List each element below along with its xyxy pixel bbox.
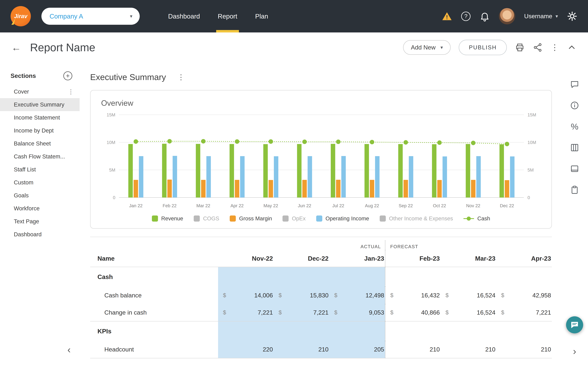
legend-item-opex[interactable]: OpEx xyxy=(283,215,305,222)
value-cell: $7,221 xyxy=(274,304,329,321)
sidebar-item-workforce[interactable]: Workforce xyxy=(0,202,80,215)
section-title-row: Executive Summary ⋮ xyxy=(90,72,561,82)
info-icon[interactable] xyxy=(570,101,580,110)
topbar-right: ? Username ▾ xyxy=(442,8,577,24)
value-cell: $16,524 xyxy=(441,304,496,321)
legend-label: Operating Income xyxy=(326,215,369,222)
notifications-bell-icon[interactable] xyxy=(479,11,490,21)
svg-text:Jun 22: Jun 22 xyxy=(298,203,311,208)
forecast-label: FORECAST xyxy=(390,244,418,249)
legend-line-swatch xyxy=(464,218,474,219)
table-row-headcount: Headcount220210205210210210 xyxy=(90,341,552,358)
primary-nav: DashboardReportPlan xyxy=(159,0,277,32)
sections-sidebar: Sections + Cover⋮Executive SummaryIncome… xyxy=(0,63,80,365)
column-header-mar-23: Mar-23 xyxy=(441,250,496,267)
sidebar-item-executive-summary[interactable]: Executive Summary xyxy=(0,98,80,111)
legend-item-other-income-expenses[interactable]: Other Income & Expenses xyxy=(380,215,453,222)
print-icon[interactable] xyxy=(515,42,525,52)
currency-symbol: $ xyxy=(445,292,449,299)
value-cell: $14,006 xyxy=(218,287,274,304)
top-nav-plan[interactable]: Plan xyxy=(246,0,277,32)
sidebar-item-cash-flow-statem[interactable]: Cash Flow Statem... xyxy=(0,150,80,163)
add-new-button[interactable]: Add New ▾ xyxy=(403,40,451,55)
legend-item-operating-income[interactable]: Operating Income xyxy=(316,215,369,222)
company-selector[interactable]: Company A ▾ xyxy=(41,8,140,25)
overview-card-title: Overview xyxy=(101,98,541,107)
table-group-row-kpis: KPIs xyxy=(90,322,552,341)
svg-text:5M: 5M xyxy=(528,168,534,173)
warning-icon[interactable] xyxy=(442,11,452,21)
svg-text:Apr 22: Apr 22 xyxy=(231,203,244,208)
legend-swatch xyxy=(283,216,289,222)
rail-collapse-icon[interactable]: › xyxy=(573,346,576,356)
legend-label: OpEx xyxy=(292,215,305,222)
value-cell: $7,221 xyxy=(496,304,552,321)
column-header-dec-22: Dec-22 xyxy=(274,250,329,267)
columns-icon[interactable] xyxy=(570,143,580,153)
percent-icon[interactable]: % xyxy=(570,122,580,131)
sidebar-item-staff-list[interactable]: Staff List xyxy=(0,163,80,176)
item-options-icon[interactable]: ⋮ xyxy=(68,89,74,95)
sidebar-item-label: Cash Flow Statem... xyxy=(14,153,65,160)
avatar[interactable] xyxy=(499,8,515,24)
legend-item-gross-margin[interactable]: Gross Margin xyxy=(230,215,272,222)
add-section-icon[interactable]: + xyxy=(63,71,72,80)
help-icon[interactable]: ? xyxy=(461,12,471,21)
user-menu[interactable]: Username ▾ xyxy=(524,13,558,20)
company-name: Company A xyxy=(50,13,83,20)
clipboard-icon[interactable] xyxy=(570,185,580,195)
section-options-icon[interactable]: ⋮ xyxy=(177,73,185,81)
sidebar-item-goals[interactable]: Goals xyxy=(0,189,80,202)
rail-icons: % xyxy=(570,79,580,195)
chat-fab[interactable] xyxy=(566,316,583,333)
legend-label: Gross Margin xyxy=(239,215,272,222)
value-cell: 210 xyxy=(385,341,441,358)
username-label: Username xyxy=(524,13,552,20)
back-arrow-icon[interactable]: ← xyxy=(11,42,21,53)
legend-swatch xyxy=(316,216,322,222)
legend-item-cash[interactable]: Cash xyxy=(464,215,490,222)
column-header-feb-23: Feb-23 xyxy=(385,250,441,267)
sidebar-item-dashboard[interactable]: Dashboard xyxy=(0,228,80,241)
value-cell: 210 xyxy=(496,341,552,358)
svg-text:10M: 10M xyxy=(107,140,115,145)
svg-text:Nov 22: Nov 22 xyxy=(466,203,480,208)
more-options-icon[interactable]: ⋮ xyxy=(551,43,559,51)
sidebar-item-text-page[interactable]: Text Page xyxy=(0,215,80,228)
sidebar-item-balance-sheet[interactable]: Balance Sheet xyxy=(0,137,80,150)
sidebar-item-label: Custom xyxy=(14,179,33,186)
sidebar-item-label: Workforce xyxy=(14,205,40,212)
sidebar-item-custom[interactable]: Custom xyxy=(0,176,80,189)
table-row-change-in-cash: Change in cash$7,221$7,221$9,053$40,866$… xyxy=(90,304,552,322)
share-icon[interactable] xyxy=(533,42,543,52)
legend-item-cogs[interactable]: COGS xyxy=(194,215,219,222)
publish-button[interactable]: PUBLISH xyxy=(459,40,507,55)
comment-icon[interactable] xyxy=(570,79,580,89)
top-nav-dashboard[interactable]: Dashboard xyxy=(159,0,209,32)
panel-icon[interactable] xyxy=(570,164,580,174)
top-nav-report[interactable]: Report xyxy=(209,0,246,32)
sidebar-item-label: Staff List xyxy=(14,166,36,173)
chevron-down-icon: ▾ xyxy=(130,13,132,19)
sidebar-item-income-by-dept[interactable]: Income by Dept xyxy=(0,124,80,137)
table-header-row: NameNov-22Dec-22Jan-23Feb-23Mar-23Apr-23 xyxy=(90,250,552,267)
value-cell: $16,524 xyxy=(441,287,496,304)
group-label: KPIs xyxy=(90,322,218,341)
header-actions: Add New ▾ PUBLISH ⋮ xyxy=(403,40,577,55)
legend-swatch xyxy=(230,216,236,222)
currency-symbol: $ xyxy=(223,309,226,316)
row-label: Cash balance xyxy=(90,287,218,304)
jirav-logo[interactable]: Jirav xyxy=(11,6,31,26)
sidebar-item-label: Income by Dept xyxy=(14,127,54,134)
name-column-header: Name xyxy=(90,250,218,267)
report-header: ← Report Name Add New ▾ PUBLISH ⋮ xyxy=(0,32,588,63)
legend-label: COGS xyxy=(203,215,219,222)
sidebar-item-income-statement[interactable]: Income Statement xyxy=(0,111,80,124)
sidebar-item-cover[interactable]: Cover⋮ xyxy=(0,85,80,98)
column-header-jan-23: Jan-23 xyxy=(329,250,385,267)
legend-item-revenue[interactable]: Revenue xyxy=(152,215,183,222)
gear-icon[interactable] xyxy=(567,11,577,21)
sidebar-collapse-icon[interactable]: ‹ xyxy=(67,345,71,354)
chevron-down-icon: ▾ xyxy=(556,13,558,19)
chevron-up-icon[interactable] xyxy=(567,42,577,52)
